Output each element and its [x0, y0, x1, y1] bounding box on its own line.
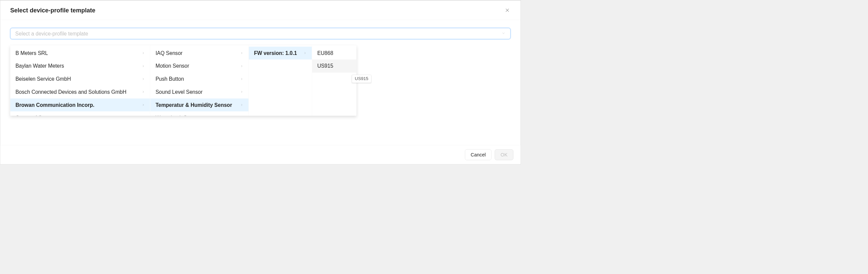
vendor-item[interactable]: B Meters SRL	[10, 47, 150, 60]
device-item[interactable]: Sound Level Sensor	[150, 85, 248, 98]
cascader-column-fw: FW version: 1.0.1	[248, 45, 312, 116]
modal-title: Select device-profile template	[10, 7, 95, 13]
chevron-right-icon	[142, 90, 145, 94]
device-label: Motion Sensor	[155, 62, 189, 70]
cascader-column-vendors: B Meters SRLBaylan Water MetersBeiselen …	[10, 45, 150, 116]
vendor-item[interactable]: Comtac AG	[10, 111, 150, 116]
chevron-right-icon	[240, 103, 244, 106]
fw-item[interactable]: FW version: 1.0.1	[249, 47, 312, 60]
close-button[interactable]	[504, 7, 510, 13]
device-label: IAQ Sensor	[155, 50, 183, 57]
vendor-item[interactable]: Baylan Water Meters	[10, 60, 150, 73]
device-item[interactable]: IAQ Sensor	[150, 47, 248, 60]
fw-label: FW version: 1.0.1	[254, 50, 297, 57]
device-label: Water Leak Sensor	[155, 114, 200, 116]
select-template-modal: Select device-profile template Select a …	[0, 0, 521, 164]
vendor-label: Baylan Water Meters	[16, 62, 64, 70]
ok-button[interactable]: OK	[495, 149, 514, 160]
region-item[interactable]: US915	[312, 60, 356, 73]
cascader-dropdown: B Meters SRLBaylan Water MetersBeiselen …	[10, 45, 356, 116]
device-label: Push Button	[155, 75, 184, 83]
template-cascader-input[interactable]: Select a device-profile template	[10, 28, 511, 39]
vendor-item[interactable]: Browan Communication Incorp.	[10, 98, 150, 112]
close-icon	[505, 8, 510, 13]
device-item[interactable]: Push Button	[150, 72, 248, 85]
device-item[interactable]: Motion Sensor	[150, 60, 248, 73]
region-label: EU868	[317, 50, 333, 57]
cascader-column-devices: IAQ SensorMotion SensorPush ButtonSound …	[150, 45, 248, 116]
chevron-right-icon	[303, 52, 307, 55]
device-item[interactable]: Water Leak Sensor	[150, 111, 248, 116]
cascader-column-regions: EU868US915	[312, 45, 356, 116]
chevron-right-icon	[142, 52, 145, 55]
chevron-right-icon	[240, 64, 244, 68]
vendor-item[interactable]: Beiselen Service GmbH	[10, 72, 150, 85]
vendor-item[interactable]: Bosch Connected Devices and Solutions Gm…	[10, 85, 150, 98]
chevron-right-icon	[142, 64, 145, 68]
cascader-placeholder: Select a device-profile template	[16, 30, 88, 37]
modal-footer: Cancel OK	[0, 145, 521, 164]
vendor-label: Beiselen Service GmbH	[16, 75, 71, 83]
chevron-right-icon	[142, 103, 145, 106]
modal-header: Select device-profile template	[0, 0, 521, 20]
vendor-label: Browan Communication Incorp.	[16, 101, 94, 109]
device-label: Sound Level Sensor	[155, 88, 203, 96]
chevron-down-icon	[502, 31, 506, 36]
tooltip: US915	[352, 75, 371, 83]
vendor-label: B Meters SRL	[16, 50, 48, 57]
chevron-right-icon	[240, 52, 244, 55]
vendor-label: Comtac AG	[16, 114, 42, 116]
vendor-label: Bosch Connected Devices and Solutions Gm…	[16, 88, 126, 96]
chevron-right-icon	[240, 78, 244, 81]
region-item[interactable]: EU868	[312, 47, 356, 60]
device-label: Temperatur & Humidity Sensor	[155, 101, 232, 109]
cancel-button[interactable]: Cancel	[465, 149, 492, 160]
chevron-right-icon	[142, 78, 145, 81]
device-item[interactable]: Temperatur & Humidity Sensor	[150, 98, 248, 112]
region-label: US915	[317, 62, 333, 70]
chevron-right-icon	[240, 90, 244, 94]
modal-body: Select a device-profile template	[0, 20, 521, 39]
